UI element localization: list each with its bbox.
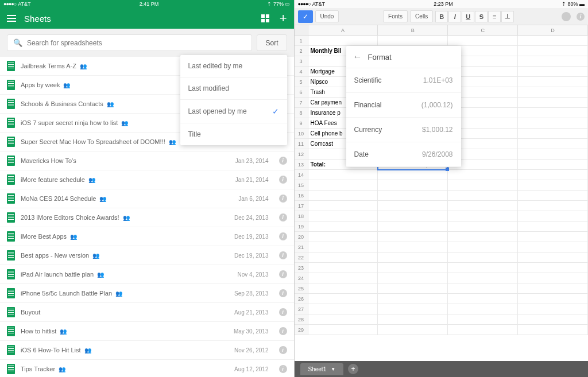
row-header[interactable]: 16 <box>295 191 308 201</box>
cell[interactable] <box>448 191 518 201</box>
document-row[interactable]: iPad Air launch battle plan 👥 Nov 4, 201… <box>0 265 294 283</box>
row-header[interactable]: 11 <box>295 139 308 149</box>
grid-view-icon[interactable] <box>261 14 269 22</box>
cell[interactable] <box>378 263 448 273</box>
cell[interactable] <box>378 170 448 180</box>
row-header[interactable]: 12 <box>295 149 308 160</box>
sort-option[interactable]: Last modified <box>180 77 287 100</box>
row-header[interactable]: 18 <box>295 211 308 221</box>
row-header[interactable]: 29 <box>295 325 308 335</box>
column-header[interactable]: A <box>308 25 378 36</box>
cell[interactable] <box>448 325 518 335</box>
cell[interactable] <box>518 180 588 191</box>
cell[interactable] <box>518 118 588 129</box>
cell[interactable] <box>378 325 448 335</box>
info-icon[interactable]: i <box>279 346 287 354</box>
cell[interactable] <box>308 211 378 221</box>
cell[interactable] <box>448 242 518 252</box>
document-row[interactable]: How to hitlist 👥 May 30, 2013 i <box>0 322 294 340</box>
row-header[interactable]: 8 <box>295 108 308 118</box>
back-icon[interactable]: ← <box>353 52 362 62</box>
account-icon[interactable] <box>562 12 571 21</box>
column-header[interactable]: B <box>378 25 448 36</box>
cell[interactable] <box>378 180 448 191</box>
row-header[interactable]: 7 <box>295 98 308 108</box>
cell[interactable] <box>308 191 378 201</box>
cell[interactable] <box>308 304 378 314</box>
cell[interactable] <box>448 294 518 304</box>
cell[interactable] <box>518 160 588 170</box>
row-header[interactable]: 20 <box>295 232 308 242</box>
undo-button[interactable]: Undo <box>315 10 339 22</box>
sort-option[interactable]: Title <box>180 123 287 145</box>
strike-button[interactable]: S <box>475 11 488 22</box>
row-header[interactable]: 9 <box>295 118 308 129</box>
cell[interactable] <box>518 221 588 232</box>
search-input[interactable] <box>27 39 246 47</box>
cell[interactable] <box>518 191 588 201</box>
document-row[interactable]: Mavericks How To's Jan 23, 2014 i <box>0 151 294 170</box>
column-header[interactable]: C <box>448 25 518 36</box>
done-button[interactable]: ✓ <box>298 10 313 23</box>
row-header[interactable]: 2 <box>295 46 308 56</box>
cell[interactable] <box>518 283 588 294</box>
cell[interactable] <box>308 221 378 232</box>
format-option[interactable]: Scientific1.01E+03 <box>346 68 461 93</box>
cell[interactable] <box>448 252 518 263</box>
document-row[interactable]: iMore Best Apps 👥 Dec 19, 2013 i <box>0 227 294 246</box>
new-doc-icon[interactable]: + <box>280 12 287 25</box>
cell[interactable] <box>518 139 588 149</box>
fonts-button[interactable]: Fonts <box>383 10 408 22</box>
row-header[interactable]: 4 <box>295 67 308 77</box>
cell[interactable] <box>308 283 378 294</box>
cell[interactable] <box>518 294 588 304</box>
cell[interactable] <box>518 36 588 46</box>
cell[interactable] <box>448 201 518 211</box>
info-icon[interactable]: i <box>279 251 287 259</box>
cell[interactable] <box>518 87 588 98</box>
cell[interactable] <box>518 211 588 221</box>
document-row[interactable]: Best apps - New version 👥 Dec 19, 2013 i <box>0 246 294 265</box>
document-row[interactable]: iPhone 5s/5c Launch Battle Plan 👥 Sep 28… <box>0 284 294 302</box>
document-row[interactable]: Buyout Aug 21, 2013 i <box>0 303 294 321</box>
info-icon[interactable]: i <box>279 327 287 335</box>
cell[interactable] <box>518 67 588 77</box>
row-header[interactable]: 5 <box>295 77 308 87</box>
cell[interactable] <box>518 149 588 160</box>
cell[interactable] <box>448 221 518 232</box>
select-all-corner[interactable] <box>295 25 308 36</box>
sort-button[interactable]: Sort <box>257 34 287 51</box>
info-icon[interactable]: i <box>279 232 287 240</box>
row-header[interactable]: 13 <box>295 160 308 170</box>
cell[interactable] <box>308 325 378 335</box>
spreadsheet[interactable]: 1234567891011121314151617181920212223242… <box>295 25 589 361</box>
cell[interactable] <box>378 304 448 314</box>
cell[interactable] <box>378 273 448 283</box>
cell[interactable] <box>378 314 448 325</box>
info-icon[interactable]: i <box>279 157 287 165</box>
sort-option[interactable]: Last edited by me <box>180 55 287 77</box>
cells-button[interactable]: Cells <box>410 10 433 22</box>
cell[interactable] <box>518 170 588 180</box>
row-header[interactable]: 25 <box>295 283 308 294</box>
cell[interactable] <box>308 180 378 191</box>
info-icon[interactable]: i <box>279 289 287 297</box>
cell[interactable] <box>518 46 588 56</box>
cell[interactable] <box>518 56 588 67</box>
row-header[interactable]: 3 <box>295 56 308 67</box>
cell[interactable] <box>448 36 518 46</box>
cell[interactable] <box>378 283 448 294</box>
row-header[interactable]: 19 <box>295 221 308 232</box>
column-header[interactable]: D <box>518 25 588 36</box>
row-header[interactable]: 10 <box>295 129 308 139</box>
cell[interactable] <box>378 252 448 263</box>
cell[interactable] <box>518 232 588 242</box>
cell[interactable] <box>308 242 378 252</box>
add-sheet-button[interactable]: + <box>348 364 358 374</box>
cell[interactable] <box>308 314 378 325</box>
cell[interactable] <box>308 36 378 46</box>
cell[interactable] <box>518 129 588 139</box>
cell[interactable] <box>448 314 518 325</box>
bold-button[interactable]: B <box>435 11 448 22</box>
cell[interactable] <box>308 201 378 211</box>
